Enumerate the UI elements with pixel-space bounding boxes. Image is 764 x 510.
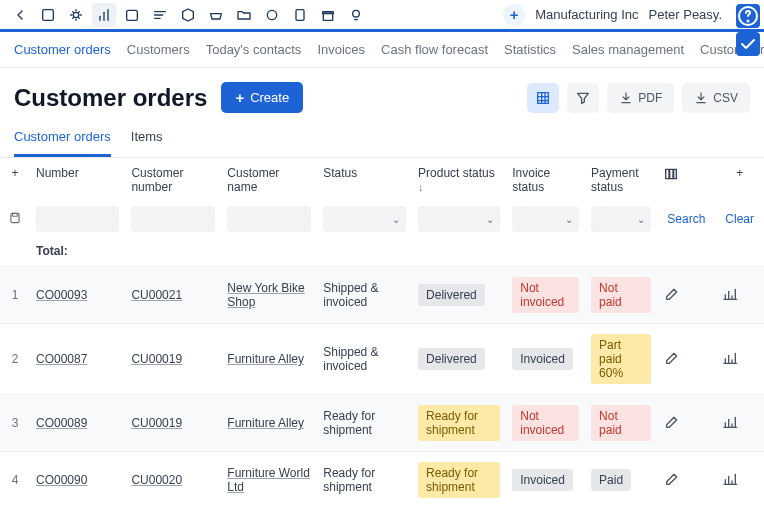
edit-icon[interactable] (663, 413, 681, 431)
export-csv-button[interactable]: CSV (682, 83, 750, 113)
export-pdf-button[interactable]: PDF (607, 83, 674, 113)
topbar-right: + Manufacturing Inc Peter Peasy. (503, 3, 756, 27)
page-title: Customer orders (14, 84, 207, 112)
customer-name-link[interactable]: New York Bike Shop (227, 281, 304, 309)
help-icon[interactable] (736, 4, 760, 28)
page-header: Customer orders Create PDF CSV (0, 68, 764, 121)
customer-name-link[interactable]: Furniture World Ltd (227, 466, 309, 494)
col-add-icon[interactable]: + (715, 158, 764, 202)
col-payment-status[interactable]: Payment status (585, 158, 657, 202)
svg-rect-25 (674, 169, 677, 178)
svg-point-9 (267, 10, 276, 19)
edit-icon[interactable] (663, 349, 681, 367)
subnav-item-6[interactable]: Sales management (572, 42, 684, 57)
subnav-item-4[interactable]: Cash flow forecast (381, 42, 488, 57)
filter-customer-number[interactable] (131, 206, 215, 232)
order-number-link[interactable]: CO00093 (36, 288, 87, 302)
create-button[interactable]: Create (221, 82, 303, 113)
app-icon-box[interactable] (176, 3, 200, 27)
company-name[interactable]: Manufacturing Inc (535, 7, 638, 22)
subnav-item-3[interactable]: Invoices (317, 42, 365, 57)
search-button[interactable]: Search (663, 208, 709, 230)
col-status[interactable]: Status (317, 158, 412, 202)
customer-number-link[interactable]: CU00019 (131, 352, 182, 366)
order-number-link[interactable]: CO00087 (36, 352, 87, 366)
tabs: Customer ordersItems (0, 121, 764, 158)
app-icon-calendar[interactable] (120, 3, 144, 27)
row-chart-icon[interactable] (721, 470, 739, 488)
product-status-badge: Delivered (418, 348, 485, 370)
clear-button[interactable]: Clear (721, 208, 758, 230)
subnav-item-1[interactable]: Customers (127, 42, 190, 57)
payment-status-badge: Part paid 60% (591, 334, 651, 384)
app-icon-tasks[interactable] (148, 3, 172, 27)
invoice-status-badge: Invoiced (512, 348, 573, 370)
col-customer-name[interactable]: Customer name (221, 158, 317, 202)
subnav-item-0[interactable]: Customer orders (14, 42, 111, 57)
subnav-item-2[interactable]: Today's contacts (206, 42, 302, 57)
app-icon-1[interactable] (36, 3, 60, 27)
col-customer-number[interactable]: Customer number (125, 158, 221, 202)
customer-number-link[interactable]: CU00021 (131, 288, 182, 302)
tab-0[interactable]: Customer orders (14, 121, 111, 157)
row-chart-icon[interactable] (721, 285, 739, 303)
col-invoice-status[interactable]: Invoice status (506, 158, 585, 202)
view-grid-button[interactable] (527, 83, 559, 113)
add-column-icon[interactable]: + (0, 158, 30, 202)
back-icon[interactable] (8, 3, 32, 27)
app-icon-note[interactable] (288, 3, 312, 27)
customer-name-link[interactable]: Furniture Alley (227, 416, 304, 430)
topbar: + Manufacturing Inc Peter Peasy. (0, 0, 764, 32)
app-icon-gear[interactable] (260, 3, 284, 27)
app-icon-folder[interactable] (232, 3, 256, 27)
filter-product-status[interactable]: ⌄ (418, 206, 500, 232)
customer-number-link[interactable]: CU00019 (131, 416, 182, 430)
app-icon-chart[interactable] (92, 3, 116, 27)
col-columns-icon[interactable] (657, 158, 715, 202)
table-row: 4CO00090CU00020Furniture World LtdReady … (0, 452, 764, 501)
payment-status-badge: Paid (591, 469, 631, 491)
customer-number-link[interactable]: CU00020 (131, 473, 182, 487)
filter-status[interactable]: ⌄ (323, 206, 406, 232)
svg-rect-27 (13, 213, 18, 216)
orders-table: + Number Customer number Customer name S… (0, 158, 764, 500)
sort-desc-icon: ↓ (418, 181, 424, 193)
col-number[interactable]: Number (30, 158, 125, 202)
order-number-link[interactable]: CO00090 (36, 473, 87, 487)
tab-1[interactable]: Items (131, 121, 163, 157)
filter-customer-name[interactable] (227, 206, 311, 232)
invoice-status-badge: Not invoiced (512, 277, 579, 313)
app-icon-basket[interactable] (204, 3, 228, 27)
svg-rect-23 (666, 169, 669, 178)
filter-number[interactable] (36, 206, 119, 232)
status-cell: Ready for shipment (317, 452, 412, 501)
svg-rect-18 (538, 92, 549, 103)
app-icon-gift[interactable] (316, 3, 340, 27)
svg-point-1 (73, 12, 78, 17)
filter-payment-status[interactable]: ⌄ (591, 206, 651, 232)
row-index: 2 (0, 324, 30, 395)
save-filter-icon[interactable] (0, 202, 30, 236)
customer-name-link[interactable]: Furniture Alley (227, 352, 304, 366)
product-status-badge: Ready for shipment (418, 462, 500, 498)
app-icon-2[interactable] (64, 3, 88, 27)
order-number-link[interactable]: CO00089 (36, 416, 87, 430)
col-product-status[interactable]: Product status ↓ (412, 158, 506, 202)
filter-button[interactable] (567, 83, 599, 113)
user-name[interactable]: Peter Peasy. (649, 7, 722, 22)
filter-invoice-status[interactable]: ⌄ (512, 206, 579, 232)
row-index: 1 (0, 267, 30, 324)
edit-icon[interactable] (663, 285, 681, 303)
table-row: 2CO00087CU00019Furniture AlleyShipped & … (0, 324, 764, 395)
subnav-item-5[interactable]: Statistics (504, 42, 556, 57)
status-cell: Ready for shipment (317, 395, 412, 452)
table-row: 3CO00089CU00019Furniture AlleyReady for … (0, 395, 764, 452)
edit-icon[interactable] (663, 470, 681, 488)
subnav: Customer ordersCustomersToday's contacts… (0, 32, 764, 68)
row-chart-icon[interactable] (721, 349, 739, 367)
app-icon-bulb[interactable] (344, 3, 368, 27)
add-button[interactable]: + (503, 4, 525, 26)
payment-status-badge: Not paid (591, 405, 651, 441)
row-chart-icon[interactable] (721, 413, 739, 431)
check-panel-icon[interactable] (736, 32, 760, 56)
